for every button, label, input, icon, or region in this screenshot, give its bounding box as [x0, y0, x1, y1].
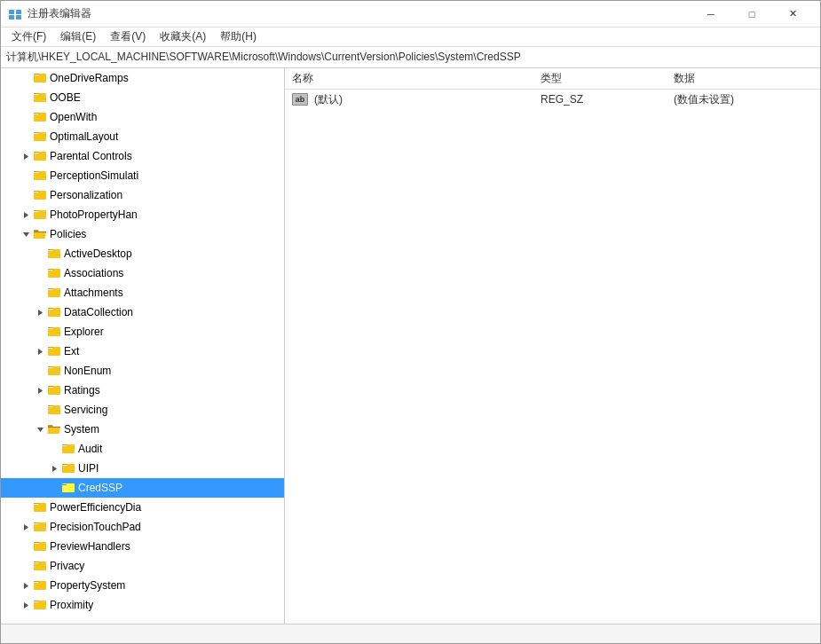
tree-item-policies[interactable]: Policies — [1, 224, 285, 244]
tree-item-label: Policies — [50, 228, 86, 240]
tree-item-oobe[interactable]: OOBE — [1, 88, 285, 107]
folder-icon — [33, 72, 47, 84]
tree-item-powerefficiencydia[interactable]: PowerEfficiencyDia — [1, 498, 285, 517]
menu-item-收藏夹(A)[interactable]: 收藏夹(A) — [153, 27, 213, 46]
tree-item-label: DataCollection — [64, 306, 133, 318]
folder-icon — [47, 365, 61, 377]
tree-item-openwith[interactable]: OpenWith — [1, 107, 285, 127]
no-expand-placeholder — [33, 247, 47, 261]
no-expand-placeholder — [19, 539, 33, 554]
tree-item-datacollection[interactable]: DataCollection — [1, 302, 285, 322]
content-pane[interactable]: 名称 类型 数据 ab(默认)REG_SZ(数值未设置) — [285, 68, 820, 624]
tree-item-personalization[interactable]: Personalization — [1, 185, 285, 205]
tree-item-label: PowerEfficiencyDia — [50, 501, 141, 514]
folder-icon — [33, 501, 47, 514]
folder-icon — [47, 247, 61, 260]
collapse-icon[interactable] — [33, 422, 47, 436]
tree-item-label: Privacy — [50, 560, 84, 572]
table-row[interactable]: ab(默认)REG_SZ(数值未设置) — [285, 90, 820, 109]
tree-item-previewhandlers[interactable]: PreviewHandlers — [1, 537, 285, 556]
tree-item-label: OpenWith — [50, 111, 97, 123]
tree-item-audit[interactable]: Audit — [1, 439, 285, 459]
expand-icon[interactable] — [33, 383, 47, 397]
tree-content: OneDriveRamps OOBE OpenWith OptimalLayou… — [1, 68, 285, 615]
folder-icon — [33, 169, 47, 182]
expand-icon[interactable] — [33, 305, 47, 319]
svg-marker-9 — [38, 349, 43, 355]
tree-item-photopropertyhan[interactable]: PhotoPropertyHan — [1, 205, 285, 224]
expand-icon[interactable] — [47, 461, 61, 475]
maximize-button[interactable]: □ — [731, 1, 772, 27]
folder-icon — [61, 462, 75, 475]
tree-item-ratings[interactable]: Ratings — [1, 381, 285, 400]
tree-item-parental-controls[interactable]: Parental Controls — [1, 146, 285, 166]
expand-icon[interactable] — [19, 578, 33, 593]
no-expand-placeholder — [19, 90, 33, 105]
tree-item-nonenum[interactable]: NonEnum — [1, 361, 285, 381]
no-expand-placeholder — [33, 403, 47, 417]
expand-icon[interactable] — [19, 149, 33, 163]
tree-item-label: Proximity — [50, 599, 93, 611]
close-button[interactable]: ✕ — [772, 1, 813, 27]
folder-icon — [33, 91, 47, 104]
reg-sz-icon: ab — [292, 93, 308, 106]
window-title: 注册表编辑器 — [28, 6, 691, 21]
no-expand-placeholder — [47, 442, 61, 456]
tree-item-label: System — [64, 423, 99, 436]
svg-rect-1 — [16, 10, 21, 14]
tree-item-system[interactable]: System — [1, 420, 285, 439]
expand-icon[interactable] — [19, 520, 33, 534]
tree-item-credssp[interactable]: CredSSP — [1, 478, 285, 498]
tree-pane[interactable]: OneDriveRamps OOBE OpenWith OptimalLayou… — [1, 68, 285, 624]
tree-item-onedriveramps[interactable]: OneDriveRamps — [1, 68, 285, 88]
folder-icon — [33, 111, 47, 123]
tree-item-privacy[interactable]: Privacy — [1, 556, 285, 576]
svg-marker-4 — [24, 153, 28, 160]
tree-item-explorer[interactable]: Explorer — [1, 322, 285, 342]
tree-item-ext[interactable]: Ext — [1, 342, 285, 361]
status-bar — [1, 624, 820, 643]
tree-item-perceptionsimulati[interactable]: PerceptionSimulati — [1, 166, 285, 185]
tree-item-precisiontouchpad[interactable]: PrecisionTouchPad — [1, 517, 285, 537]
menu-item-查看(V)[interactable]: 查看(V) — [103, 27, 153, 46]
reg-entry-name-text: (默认) — [314, 92, 343, 107]
tree-item-label: UIPI — [78, 462, 99, 475]
collapse-icon[interactable] — [19, 227, 33, 241]
col-header-data: 数据 — [667, 71, 820, 86]
svg-marker-11 — [37, 428, 43, 432]
svg-marker-8 — [38, 310, 43, 316]
folder-icon — [47, 423, 61, 436]
menu-item-文件(F)[interactable]: 文件(F) — [4, 27, 53, 46]
menu-item-编辑(E)[interactable]: 编辑(E) — [53, 27, 103, 46]
tree-item-activedesktop[interactable]: ActiveDesktop — [1, 244, 285, 263]
tree-item-uipi[interactable]: UIPI — [1, 459, 285, 478]
folder-icon — [33, 130, 47, 143]
expand-icon[interactable] — [19, 208, 33, 222]
tree-item-label: Explorer — [64, 326, 104, 338]
no-expand-placeholder — [33, 325, 47, 339]
folder-icon — [33, 599, 47, 611]
minimize-button[interactable]: ─ — [691, 1, 731, 27]
folder-icon — [33, 228, 47, 240]
tree-item-propertysystem[interactable]: PropertySystem — [1, 576, 285, 595]
expand-icon[interactable] — [33, 344, 47, 358]
reg-entry-name: ab(默认) — [285, 92, 533, 107]
folder-icon — [47, 306, 61, 318]
tree-item-optimallayout[interactable]: OptimalLayout — [1, 127, 285, 146]
folder-icon — [47, 287, 61, 299]
folder-icon — [61, 482, 75, 494]
no-expand-placeholder — [19, 500, 33, 514]
svg-rect-3 — [16, 15, 21, 20]
menu-item-帮助(H)[interactable]: 帮助(H) — [213, 27, 264, 46]
tree-item-label: CredSSP — [78, 482, 122, 494]
svg-marker-16 — [24, 602, 28, 609]
svg-rect-12 — [48, 427, 60, 428]
tree-item-associations[interactable]: Associations — [1, 263, 285, 283]
tree-item-attachments[interactable]: Attachments — [1, 283, 285, 302]
tree-item-proximity[interactable]: Proximity — [1, 595, 285, 615]
tree-item-label: Attachments — [64, 287, 123, 299]
tree-item-label: PerceptionSimulati — [50, 169, 138, 182]
tree-item-servicing[interactable]: Servicing — [1, 400, 285, 420]
svg-marker-13 — [52, 466, 57, 472]
expand-icon[interactable] — [19, 598, 33, 612]
